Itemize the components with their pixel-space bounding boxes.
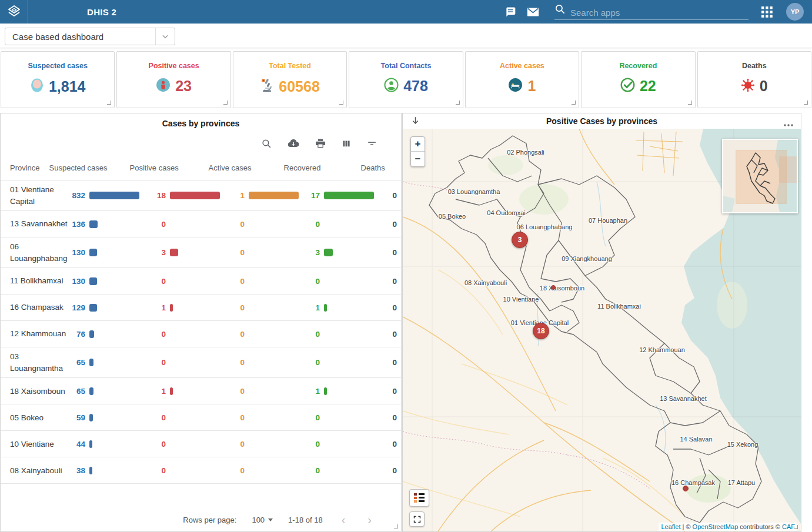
province-cell: 18 Xaisomboun bbox=[1, 386, 68, 397]
map-province-label: 11 Bolikhamxai bbox=[597, 303, 641, 310]
messages-icon[interactable] bbox=[499, 6, 522, 18]
deaths-cell: 0 bbox=[379, 330, 402, 339]
stat-card-positive-cases: Positive cases23 bbox=[116, 51, 230, 108]
column-header-positive[interactable]: Positive cases bbox=[121, 163, 199, 172]
deaths-cell: 0 bbox=[379, 248, 402, 257]
resize-handle[interactable] bbox=[107, 101, 111, 105]
resize-handle[interactable] bbox=[456, 101, 460, 105]
map-case-dot[interactable] bbox=[551, 285, 556, 290]
table-row: 10 Vientiane440000 bbox=[1, 431, 402, 457]
chevron-down-icon bbox=[156, 32, 175, 41]
suspected-cell: 832 bbox=[68, 191, 148, 200]
province-cell: 11 Bolikhamxai bbox=[1, 275, 68, 287]
attribution-text: contributors © bbox=[738, 523, 782, 530]
column-header-deaths[interactable]: Deaths bbox=[352, 163, 387, 172]
province-cell: 01 Vientiane Capital bbox=[1, 184, 68, 207]
table-body: 01 Vientiane Capital83218117013 Savannak… bbox=[1, 180, 402, 484]
more-options-icon[interactable] bbox=[783, 119, 794, 129]
table-title: Cases by provinces bbox=[1, 113, 401, 131]
dashboard-bar: Case based dashboard bbox=[0, 24, 812, 48]
map-title: Positive Cases by provinces bbox=[403, 116, 801, 126]
zoom-out-button[interactable]: − bbox=[411, 152, 425, 166]
stat-card-label: Total Tested bbox=[233, 62, 346, 70]
value-bar bbox=[89, 220, 98, 228]
rows-per-page-select[interactable]: 100 bbox=[252, 516, 273, 524]
resize-handle[interactable] bbox=[794, 525, 798, 529]
map-province-label: 15 Xekong bbox=[727, 441, 758, 448]
suspected-cell: 44 bbox=[68, 440, 148, 449]
value-bar bbox=[89, 277, 97, 285]
attribution-link[interactable]: CAF bbox=[782, 523, 795, 530]
print-icon[interactable] bbox=[315, 138, 326, 149]
mask-icon bbox=[30, 78, 44, 95]
dashboard-panels: Cases by provinces ProvinceSuspected cas… bbox=[0, 113, 812, 532]
value-bar bbox=[89, 387, 93, 395]
map-case-dot[interactable] bbox=[683, 486, 689, 491]
app-search[interactable] bbox=[554, 4, 748, 20]
attribution-text: | © bbox=[680, 523, 692, 530]
avatar[interactable]: YP bbox=[786, 3, 804, 21]
value-bar bbox=[324, 304, 327, 312]
download-arrow-icon[interactable] bbox=[410, 115, 421, 129]
download-icon[interactable] bbox=[287, 137, 300, 150]
column-header-active[interactable]: Active cases bbox=[199, 163, 275, 172]
suspected-cell: 129 bbox=[68, 303, 148, 312]
stat-card-label: Positive cases bbox=[117, 62, 230, 70]
attribution-link[interactable]: Leaflet bbox=[661, 523, 680, 530]
value-bar bbox=[89, 192, 139, 199]
value-bar bbox=[89, 414, 93, 421]
table-row: 05 Bokeo590000 bbox=[1, 404, 402, 431]
positive-cell: 0 bbox=[148, 220, 227, 229]
filter-icon[interactable] bbox=[366, 138, 377, 149]
mail-icon[interactable] bbox=[522, 6, 544, 18]
minimap[interactable] bbox=[722, 139, 798, 213]
cases-table-panel: Cases by provinces ProvinceSuspected cas… bbox=[0, 113, 402, 532]
previous-page-button[interactable]: ‹ bbox=[338, 514, 349, 526]
value-bar bbox=[170, 249, 178, 256]
table-row: 06 Louangphabang1303030 bbox=[1, 237, 402, 268]
stat-card-value: 23 bbox=[175, 78, 192, 95]
app-title: DHIS 2 bbox=[87, 7, 116, 17]
cases-table: ProvinceSuspected casesPositive casesAct… bbox=[1, 156, 402, 484]
map-province-label: 12 Khammouan bbox=[639, 346, 685, 353]
dhis2-logo-icon[interactable] bbox=[0, 0, 28, 24]
stat-card-value: 478 bbox=[403, 78, 428, 95]
resize-handle[interactable] bbox=[394, 524, 398, 528]
column-header-province[interactable]: Province bbox=[1, 163, 40, 172]
search-input[interactable] bbox=[570, 8, 735, 18]
dashboard-selector[interactable]: Case based dashboard bbox=[5, 28, 175, 45]
resize-handle[interactable] bbox=[572, 101, 576, 105]
deaths-cell: 0 bbox=[379, 358, 402, 367]
resize-handle[interactable] bbox=[804, 101, 808, 105]
dhis2-dashboard: DHIS 2 YP bbox=[0, 0, 812, 532]
map-province-label: 13 Savannakhet bbox=[660, 395, 707, 402]
value-bar bbox=[170, 304, 173, 312]
map-province-label: 17 Attapu bbox=[728, 479, 756, 486]
suspected-cell: 65 bbox=[68, 358, 148, 367]
map-cluster-marker[interactable]: 18 bbox=[533, 323, 549, 339]
columns-icon[interactable] bbox=[341, 138, 352, 149]
column-header-suspected[interactable]: Suspected cases bbox=[40, 163, 121, 172]
bed-icon bbox=[508, 78, 523, 95]
leaflet-map[interactable]: 02 Phongsali03 Louangnamtha04 Oudomxai05… bbox=[403, 129, 801, 531]
positive-cell: 0 bbox=[148, 277, 227, 286]
map-province-label: 14 Salavan bbox=[680, 436, 712, 443]
fullscreen-button[interactable] bbox=[409, 511, 425, 527]
zoom-in-button[interactable]: + bbox=[411, 137, 425, 152]
resize-handle[interactable] bbox=[223, 101, 228, 105]
positive-cell: 0 bbox=[148, 413, 227, 422]
search-icon[interactable] bbox=[261, 138, 272, 149]
column-header-recovered[interactable]: Recovered bbox=[275, 163, 352, 172]
next-page-button[interactable]: › bbox=[364, 514, 375, 526]
value-bar bbox=[89, 304, 97, 312]
legend-button[interactable] bbox=[409, 489, 429, 507]
attribution-link[interactable]: OpenStreetMap bbox=[693, 523, 739, 530]
resize-handle[interactable] bbox=[688, 101, 692, 105]
search-icon bbox=[554, 4, 570, 18]
microscope-icon bbox=[260, 78, 274, 95]
map-cluster-marker[interactable]: 3 bbox=[512, 232, 528, 248]
apps-grid-icon[interactable] bbox=[753, 6, 780, 18]
positive-cell: 18 bbox=[148, 191, 227, 200]
resize-handle[interactable] bbox=[339, 101, 343, 105]
value-bar bbox=[89, 467, 92, 474]
